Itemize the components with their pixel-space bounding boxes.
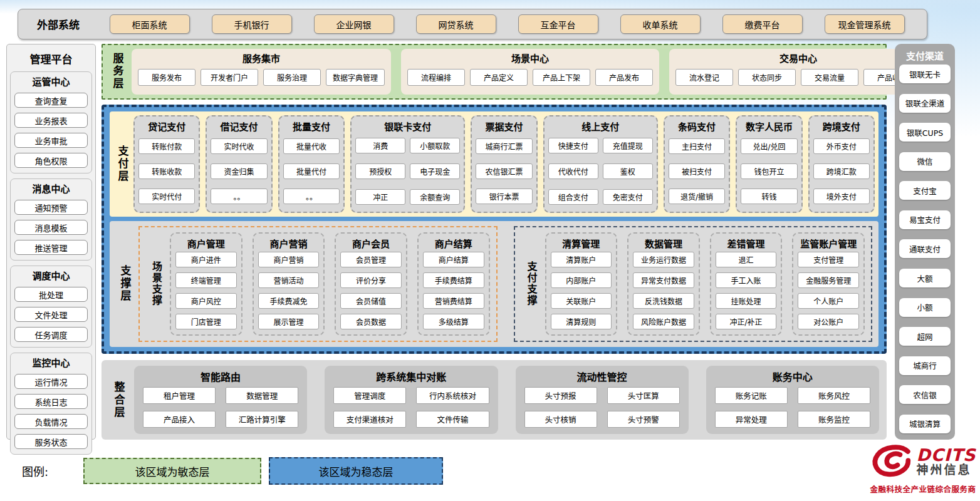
module-chip: 终端管理: [175, 272, 237, 288]
module-chip: 钱包开立: [741, 163, 797, 179]
module-chip: 开发者门户: [201, 69, 258, 86]
module-chip: 产品上下架: [533, 69, 590, 86]
external-system-chip: 企业网银: [314, 14, 394, 34]
module-chip: 通知预警: [14, 200, 88, 215]
module-chip: 流水登记: [675, 69, 733, 86]
external-system-chip: 互金平台: [518, 14, 598, 34]
group-title: 清算管理: [551, 237, 612, 250]
group-title: 批量支付: [283, 120, 340, 133]
module-chip: 手续费减免: [258, 293, 320, 309]
integration-layer-groups: 智能路由租户管理数据管理产品接入汇路计算引擎跨系统集中对账管理调度行内系统核对支…: [134, 366, 879, 434]
module-chip: 业务审批: [14, 133, 88, 148]
group-title: 差错管理: [716, 237, 777, 250]
module-chip: 负载情况: [14, 414, 88, 429]
group-items: 业务运行数据异常支付数据反洗钱数据风险账户数据: [633, 252, 694, 329]
module-chip: 汇路计算引擎: [226, 411, 298, 428]
service-group: 交易中心流水登记状态同步交易流量产品收益: [669, 49, 927, 95]
group-items: 商户进件终端管理商户风控门店管理: [175, 252, 237, 329]
module-chip: 银行本票: [476, 189, 532, 204]
payment-channel-chip: 超网: [899, 327, 951, 346]
group-items: 头寸预报头寸匡算头寸核销头寸预警: [524, 387, 680, 428]
payment-channel-chip: 微信: [899, 152, 951, 171]
module-chip: 转账收款: [138, 163, 195, 179]
service-layer: 服务层 服务集市服务发布开发者门户服务治理数据字典管理场景中心流程编排产品定义产…: [102, 44, 887, 100]
group-items: 会员管理评价分享会员储值会员数据: [340, 252, 402, 329]
payment-layer: 支付层 贷记支付转账付款转账收款实时代付借记支付实时代收资金归集。。批量支付批量…: [110, 111, 878, 217]
module-chip: 代收代付: [548, 163, 598, 179]
service-layer-label: 服务层: [108, 49, 127, 95]
support-group: 商户结算商户结算手续费结算营销费结算多级结算: [417, 232, 490, 336]
support-group: 商户会员会员管理评价分享会员储值会员数据: [335, 232, 407, 336]
group-title: 数字人民币: [741, 120, 797, 133]
payment-channel-chip: 易宝支付: [899, 210, 951, 229]
section-groups: 商户管理商户进件终端管理商户风控门店管理商户营销商户营销营销活动手续费减免展示管…: [170, 232, 490, 336]
module-chip: 转账付款: [138, 138, 195, 154]
module-chip: 门店管理: [175, 314, 237, 329]
legend-label: 图例:: [22, 463, 48, 479]
group-title: 商户营销: [258, 237, 320, 250]
service-group: 服务集市服务发布开发者门户服务治理数据字典管理: [132, 49, 391, 95]
support-group: 清算管理清算账户内部账户关联账户清算规则: [545, 232, 618, 336]
support-section: 支付支撑清算管理清算账户内部账户关联账户清算规则数据管理业务运行数据异常支付数据…: [514, 226, 873, 342]
external-system-chip: 网贷系统: [416, 14, 496, 34]
main-layers: 服务层 服务集市服务发布开发者门户服务治理数据字典管理场景中心流程编排产品定义产…: [102, 44, 887, 440]
module-chip: 查询查复: [14, 93, 88, 108]
legend: 图例: 该区域为敏态层 该区域为稳态层: [22, 457, 443, 485]
group-title: 流动性管控: [524, 369, 680, 384]
module-chip: 被扫支付: [669, 163, 725, 179]
group-items: 退汇手工入账挂账处理冲正/补正: [716, 252, 777, 329]
payment-layer-groups: 贷记支付转账付款转账收款实时代付借记支付实时代收资金归集。。批量支付批量代收批量…: [133, 115, 875, 213]
group-items: 外币支付跨境汇款境外支付: [813, 135, 870, 207]
payment-group: 跨境支付外币支付跨境汇款境外支付: [808, 115, 875, 213]
module-chip: 个人账户: [798, 293, 859, 309]
support-layer: 支撑层 场景支撑商户管理商户进件终端管理商户风控门店管理商户营销商户营销营销活动…: [110, 221, 878, 347]
module-chip: 鉴权: [603, 163, 653, 179]
module-chip: 转钱: [741, 189, 797, 204]
module-chip: 商户进件: [175, 252, 237, 267]
module-chip: 服务发布: [138, 69, 195, 86]
module-chip: 会员数据: [340, 314, 402, 329]
module-chip: 推送管理: [14, 240, 88, 255]
module-chip: 异常支付数据: [633, 272, 694, 288]
support-group: 商户营销商户营销营销活动手续费减免展示管理: [253, 232, 325, 336]
external-system-chip: 手机银行: [212, 14, 292, 34]
module-chip: 消费: [355, 138, 405, 153]
module-chip: 兑出/兑回: [741, 138, 797, 154]
payment-channels-panel: 支付渠道 银联无卡银联全渠道银联CUPS微信支付宝易宝支付通联支付大额小额超网城…: [895, 44, 955, 440]
group-items: 城商行汇票农信银汇票银行本票: [476, 135, 532, 207]
module-chip: 账务监控: [798, 411, 870, 428]
payment-platform-architecture-diagram: 外部系统 柜面系统手机银行企业网银网贷系统互金平台收单系统缴费平台现金管理系统 …: [0, 0, 980, 501]
integration-group: 跨系统集中对账管理调度行内系统核对支付渠道核对文件传输: [325, 366, 498, 434]
group-items: 快捷支付充值提现代收代付鉴权组合支付免密支付: [548, 135, 653, 207]
payment-group: 票据支付城商行汇票农信银汇票银行本票: [471, 115, 537, 213]
support-section: 场景支撑商户管理商户进件终端管理商户风控门店管理商户营销商户营销营销活动手续费减…: [138, 226, 498, 342]
module-chip: 组合支付: [548, 189, 598, 205]
module-chip: 。。: [283, 189, 340, 204]
payment-channel-chip: 农信银: [899, 385, 951, 404]
module-chip: 头寸核销: [524, 411, 597, 428]
module-chip: 挂账处理: [716, 293, 777, 309]
payment-channel-chip: 银联全渠道: [899, 94, 951, 113]
module-chip: 内部账户: [551, 272, 612, 288]
module-chip: 行内系统核对: [416, 387, 489, 404]
external-system-chip: 缴费平台: [722, 14, 803, 34]
module-chip: 实时代收: [211, 138, 267, 154]
group-items: 管理调度行内系统核对支付渠道核对文件传输: [333, 387, 489, 428]
module-chip: 对公账户: [798, 314, 859, 329]
management-group: 调度中心批处理文件处理任务调度: [10, 266, 92, 348]
module-chip: 管理调度: [333, 387, 406, 404]
integration-layer: 整合层 智能路由租户管理数据管理产品接入汇路计算引擎跨系统集中对账管理调度行内系…: [102, 360, 887, 440]
external-system-chip: 柜面系统: [110, 14, 190, 34]
module-chip: 充值提现: [603, 138, 653, 153]
group-title: 服务集市: [138, 51, 385, 65]
module-chip: 账务记账: [715, 387, 788, 404]
payment-group: 贷记支付转账付款转账收款实时代付: [133, 115, 200, 213]
payment-channel-chip: 城商行: [899, 356, 951, 375]
group-items: 批量代收批量代付。。: [283, 135, 340, 207]
group-title: 借记支付: [211, 120, 267, 133]
logo-company: 神州信息: [916, 464, 971, 477]
module-chip: 会员管理: [340, 252, 402, 267]
payment-channel-chip: 支付宝: [899, 181, 951, 200]
payment-channels-list: 银联无卡银联全渠道银联CUPS微信支付宝易宝支付通联支付大额小额超网城商行农信银…: [899, 65, 951, 433]
service-group: 场景中心流程编排产品定义产品上下架产品发布: [401, 49, 659, 95]
